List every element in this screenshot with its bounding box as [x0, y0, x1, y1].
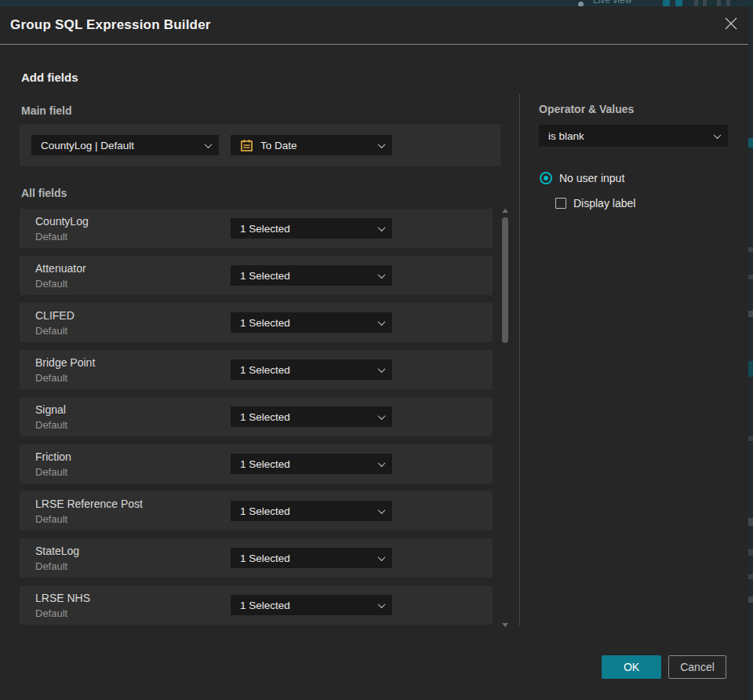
- field-name: CountyLog: [35, 215, 89, 228]
- field-selected-value: 1 Selected: [240, 458, 379, 470]
- chevron-down-icon: [378, 553, 386, 561]
- field-row: CLIFED Default 1 Selected: [20, 303, 493, 342]
- checkbox-unchecked-icon: [555, 198, 566, 209]
- operator-values-label: Operator & Values: [539, 103, 634, 115]
- field-selected-value: 1 Selected: [240, 223, 379, 235]
- field-row: Signal Default 1 Selected: [20, 397, 493, 436]
- field-selected-value: 1 Selected: [240, 600, 379, 611]
- field-subtitle: Default: [35, 231, 67, 242]
- field-subtitle: Default: [35, 560, 67, 572]
- field-name: Signal: [35, 403, 66, 416]
- main-field-box: CountyLog | Default To Date: [20, 124, 500, 166]
- toolbar-fragment: [703, 0, 707, 6]
- field-subtitle: Default: [35, 325, 67, 337]
- all-fields-label: All fields: [21, 187, 67, 199]
- chevron-down-icon: [205, 140, 213, 148]
- field-name: Attenuator: [35, 262, 86, 275]
- field-selected-value: 1 Selected: [240, 552, 379, 564]
- scroll-up-icon[interactable]: [502, 209, 508, 213]
- field-row: Bridge Point Default 1 Selected: [20, 350, 493, 389]
- field-selected-dropdown[interactable]: 1 Selected: [231, 501, 392, 521]
- chevron-down-icon: [714, 131, 722, 139]
- field-name: CLIFED: [35, 309, 75, 322]
- field-row: StateLog Default 1 Selected: [20, 538, 493, 578]
- field-row: CountyLog Default 1 Selected: [20, 209, 493, 248]
- field-name: Friction: [35, 450, 71, 463]
- toolbar-fragment: [694, 0, 698, 6]
- background-fragment: [748, 574, 753, 579]
- main-field-date-value: To Date: [260, 140, 379, 151]
- chevron-down-icon: [378, 412, 386, 420]
- field-name: LRSE NHS: [35, 592, 90, 604]
- main-field-dropdown-value: CountyLog | Default: [41, 140, 206, 151]
- operator-dropdown[interactable]: is blank: [539, 125, 728, 147]
- chevron-down-icon: [378, 459, 386, 467]
- chevron-down-icon: [378, 140, 386, 148]
- background-fragment: [748, 247, 753, 252]
- background-fragment: [748, 138, 753, 148]
- ok-button[interactable]: OK: [602, 655, 661, 679]
- live-view-label: Live view: [593, 0, 631, 5]
- background-fragment: [748, 436, 753, 441]
- group-sql-expression-builder-dialog: Group SQL Expression Builder Add fields …: [0, 6, 748, 700]
- chevron-down-icon: [378, 271, 386, 279]
- field-name: LRSE Reference Post: [35, 498, 143, 510]
- display-label-checkbox[interactable]: Display label: [555, 197, 635, 210]
- field-selected-value: 1 Selected: [240, 411, 379, 423]
- field-subtitle: Default: [35, 607, 67, 619]
- background-fragment: [748, 311, 753, 317]
- field-selected-dropdown[interactable]: 1 Selected: [231, 359, 392, 380]
- all-fields-list: CountyLog Default 1 Selected Attenuator …: [20, 209, 493, 633]
- column-divider: [519, 94, 520, 625]
- field-row: Friction Default 1 Selected: [20, 444, 493, 483]
- operator-dropdown-value: is blank: [548, 130, 715, 142]
- field-selected-dropdown[interactable]: 1 Selected: [231, 548, 392, 568]
- dialog-header: Group SQL Expression Builder: [0, 6, 748, 45]
- background-fragment: [748, 275, 753, 279]
- field-selected-dropdown[interactable]: 1 Selected: [231, 595, 392, 615]
- field-selected-value: 1 Selected: [240, 364, 379, 376]
- no-user-input-radio[interactable]: No user input: [540, 172, 624, 184]
- field-selected-value: 1 Selected: [240, 505, 379, 517]
- dialog-title: Group SQL Expression Builder: [10, 17, 211, 33]
- field-selected-dropdown[interactable]: 1 Selected: [231, 312, 392, 333]
- field-selected-value: 1 Selected: [240, 317, 379, 329]
- chevron-down-icon: [378, 506, 386, 514]
- chevron-down-icon: [378, 365, 386, 373]
- field-subtitle: Default: [35, 513, 67, 525]
- chevron-down-icon: [378, 600, 386, 608]
- field-row: Attenuator Default 1 Selected: [20, 256, 493, 295]
- chevron-down-icon: [378, 318, 386, 326]
- field-selected-dropdown[interactable]: 1 Selected: [231, 407, 392, 427]
- no-user-input-label: No user input: [559, 172, 624, 184]
- background-fragment: [748, 596, 753, 603]
- main-field-date-dropdown[interactable]: To Date: [231, 135, 392, 155]
- main-field-dropdown[interactable]: CountyLog | Default: [31, 135, 219, 155]
- field-subtitle: Default: [35, 466, 67, 478]
- toolbar-fragment: [675, 0, 682, 6]
- toolbar-fragment: [663, 0, 670, 6]
- close-button[interactable]: [723, 16, 739, 31]
- chevron-down-icon: [378, 224, 386, 232]
- calendar-icon: [240, 139, 253, 152]
- scrollbar-thumb[interactable]: [502, 217, 508, 343]
- field-name: StateLog: [35, 545, 79, 557]
- background-fragment: [748, 549, 753, 556]
- field-selected-dropdown[interactable]: 1 Selected: [231, 265, 392, 286]
- background-app-top-strip: Live view: [0, 0, 753, 6]
- toolbar-fragment: [717, 0, 721, 6]
- field-selected-dropdown[interactable]: 1 Selected: [231, 218, 392, 239]
- add-fields-heading: Add fields: [21, 71, 78, 84]
- cancel-button[interactable]: Cancel: [668, 655, 726, 679]
- background-fragment: [748, 361, 753, 377]
- close-icon: [724, 16, 738, 31]
- field-selected-value: 1 Selected: [240, 270, 379, 282]
- field-row: LRSE NHS Default 1 Selected: [20, 585, 493, 625]
- background-fragment: [748, 518, 753, 526]
- scroll-down-icon[interactable]: [502, 623, 508, 627]
- field-row: LRSE Reference Post Default 1 Selected: [20, 491, 493, 530]
- field-selected-dropdown[interactable]: 1 Selected: [231, 454, 392, 474]
- toolbar-fragment: [726, 0, 730, 6]
- scrollbar[interactable]: [499, 207, 511, 627]
- field-name: Bridge Point: [35, 356, 95, 369]
